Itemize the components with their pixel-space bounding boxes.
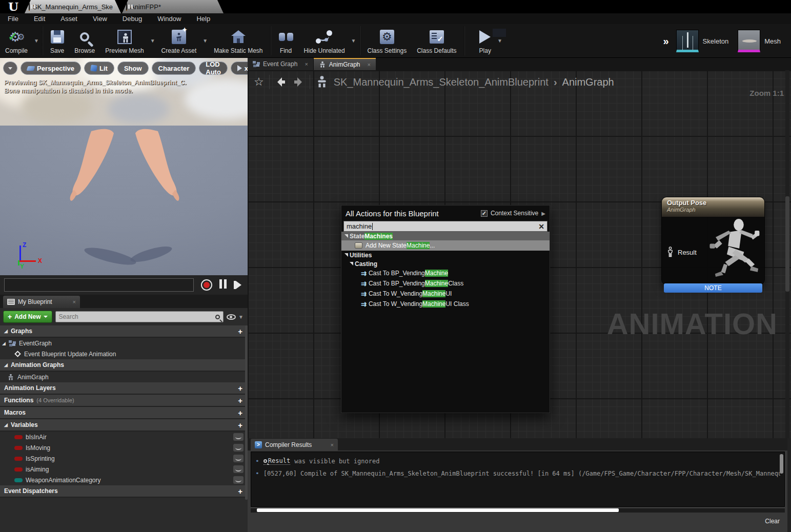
animation-graphs-section-header[interactable]: ◢ Animation Graphs [0,359,248,372]
scrollbar-thumb[interactable] [780,454,783,474]
node-note-bar[interactable]: NOTE [664,283,762,293]
expand-icon[interactable]: ◢ [4,362,8,367]
skeleton-mode-thumbnail[interactable] [676,30,699,52]
timeline-track[interactable] [4,278,194,292]
find-button[interactable]: Find [273,24,299,57]
compiler-log[interactable]: • Result was visible but ignored • [0527… [251,452,785,507]
close-icon[interactable]: × [118,3,121,10]
variable-row[interactable]: IsSprinting [0,453,248,464]
animgraph-item[interactable]: AnimGraph [0,372,248,382]
chevron-down-icon[interactable]: ▼ [201,38,209,44]
chevron-down-icon[interactable]: ▼ [33,38,40,44]
menu-edit[interactable]: Edit [26,13,53,24]
variable-visibility-toggle[interactable] [233,444,244,452]
add-variable-icon[interactable]: + [238,421,242,429]
expand-icon[interactable]: ◢ [4,329,8,334]
expand-icon[interactable]: ◢ [2,341,6,346]
blueprint-search-box[interactable] [55,311,224,322]
window-tab-skeleton-blueprint[interactable]: SK_Mannequin_Arms_Ske × [25,0,121,13]
action-cast-to-w-vendingmachineui[interactable]: ⇉ Cast To W_VendingMachineUI [341,289,550,299]
action-search-box[interactable]: machine ✕ [343,221,547,232]
menu-view[interactable]: View [85,13,115,24]
save-button[interactable]: Save [45,24,69,57]
chevron-double-right-icon[interactable]: » [663,35,668,47]
action-cast-to-bp-vendingmachine[interactable]: ⇉ Cast To BP_VendingMachine [341,268,550,278]
breadcrumb-root[interactable]: SK_Mannequin_Arms_Skeleton_AnimBlueprint [334,76,549,88]
mesh-mode-label[interactable]: Mesh [764,37,781,45]
add-graph-icon[interactable]: + [238,327,242,336]
close-icon[interactable]: × [73,299,76,305]
hide-unrelated-button[interactable]: Hide Unrelated [299,24,350,57]
variable-visibility-toggle[interactable] [233,465,244,473]
event-update-animation-item[interactable]: Event Blueprint Update Animation [0,349,248,359]
add-animation-layer-icon[interactable]: + [238,384,242,393]
menu-window[interactable]: Window [150,13,189,24]
macros-section-header[interactable]: Macros + [0,407,248,419]
event-graph-tab[interactable]: Event Graph × [248,58,314,70]
graphs-section-header[interactable]: ◢ Graphs + [0,325,248,338]
action-cast-to-w-vendingmachineui-class[interactable]: ⇉ Cast To W_VendingMachineUI Class [341,299,550,309]
chevron-down-icon[interactable]: ▼ [350,38,357,44]
lod-auto-button[interactable]: LOD Auto [199,62,228,75]
lit-button[interactable]: Lit [84,62,114,75]
add-new-button[interactable]: + Add New [3,311,52,323]
viewport-options-dropdown[interactable] [3,62,17,75]
search-input[interactable] [59,313,216,320]
variable-row[interactable]: WeaponAnimationCategory [0,475,248,485]
variable-row[interactable]: isAiming [0,464,248,475]
context-sensitive-checkbox[interactable]: ✓ [481,210,488,217]
show-button[interactable]: Show [117,62,149,75]
close-icon[interactable]: × [368,62,371,68]
back-arrow-icon[interactable] [275,76,287,88]
variable-visibility-toggle[interactable] [233,476,244,484]
variable-row[interactable]: bIsInAir [0,432,248,442]
compile-button[interactable]: ✓ ⚙ ⚙ Compile [0,24,33,57]
add-function-icon[interactable]: + [238,396,242,405]
add-macro-icon[interactable]: + [238,408,242,417]
my-blueprint-tab[interactable]: My Blueprint × [3,296,80,308]
skeleton-mode-label[interactable]: Skeleton [703,37,729,45]
perspective-button[interactable]: Perspective [21,62,81,75]
action-add-new-state-machine[interactable]: Add New State Machine... [341,240,550,251]
output-pose-node[interactable]: Output Pose AnimGraph Result [661,197,765,285]
functions-section-header[interactable]: Functions (4 Overridable) + [0,395,248,407]
clear-button[interactable]: Clear [765,518,780,525]
character-button[interactable]: Character [152,62,196,75]
result-link[interactable]: Result [263,457,290,465]
create-asset-button[interactable]: Create Asset [156,24,202,57]
scrollbar-track[interactable] [787,438,791,532]
menu-asset[interactable]: Asset [53,13,85,24]
result-pin[interactable]: Result [667,247,697,258]
pause-button[interactable] [218,279,228,291]
step-forward-button[interactable] [234,281,241,289]
favorite-star-icon[interactable]: ☆ [254,75,264,89]
variable-visibility-toggle[interactable] [233,455,244,462]
scrollbar-thumb[interactable] [785,196,789,292]
expand-icon[interactable]: ◢ [4,422,8,427]
add-event-dispatcher-icon[interactable]: + [238,487,242,496]
play-button[interactable]: Play [467,24,496,57]
compiler-results-tab[interactable]: > Compiler Results × [251,439,338,451]
scrollbar-thumb[interactable] [257,508,619,512]
action-cast-to-bp-vendingmachine-class[interactable]: ⇉ Cast To BP_VendingMachine Class [341,278,550,289]
playback-speed-button[interactable]: x1,0 [231,62,248,75]
variable-row[interactable]: IsMoving [0,442,248,453]
class-defaults-button[interactable]: Class Defaults [412,24,461,57]
chevron-down-icon[interactable]: ▼ [496,38,503,44]
scrollbar-track[interactable] [251,508,785,513]
make-static-mesh-button[interactable]: Make Static Mesh [209,24,268,57]
window-tab-animfpp[interactable]: AnimFPP* × [122,0,224,13]
close-icon[interactable]: × [331,442,334,448]
visibility-filter-button[interactable]: ▼ [227,314,245,320]
category-state-machines[interactable]: State Machines [341,232,550,240]
animgraph-tab[interactable]: AnimGraph × [314,58,376,70]
variable-visibility-toggle[interactable] [233,433,244,441]
close-icon[interactable]: × [220,3,224,10]
close-icon[interactable]: × [305,61,308,67]
forward-arrow-icon[interactable] [292,76,305,88]
chevron-right-icon[interactable]: ▶ [541,211,545,216]
chevron-down-icon[interactable]: ▼ [149,38,156,44]
menu-file[interactable]: File [0,13,26,24]
preview-viewport[interactable]: Perspective Lit Show Character LOD Auto … [0,58,248,295]
variables-section-header[interactable]: ◢ Variables + [0,419,248,432]
